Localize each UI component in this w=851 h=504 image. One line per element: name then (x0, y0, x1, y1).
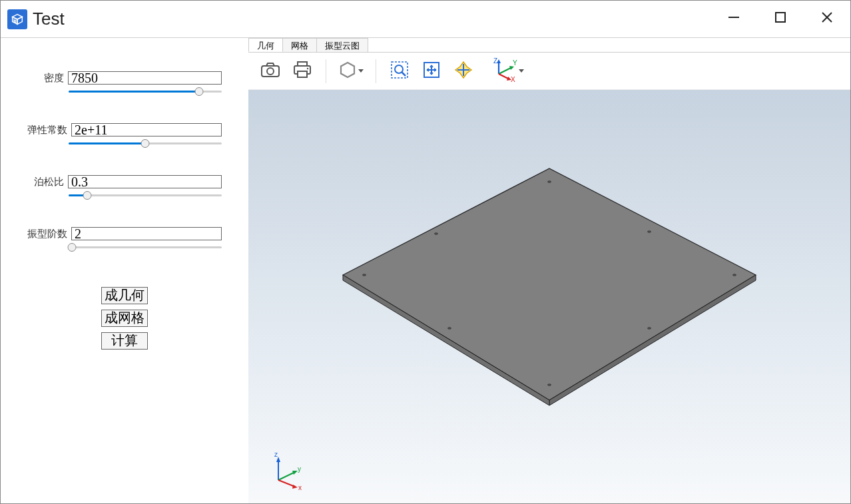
chevron-down-icon (358, 69, 364, 73)
maximize-button[interactable] (757, 1, 804, 34)
axes-dropdown[interactable]: Z Y X (487, 57, 528, 86)
app-icon (7, 9, 27, 29)
zoom-select-button[interactable] (384, 57, 415, 86)
tab-mode-shape[interactable]: 振型云图 (316, 38, 368, 52)
poisson-slider[interactable] (69, 190, 222, 202)
fit-view-button[interactable] (416, 57, 447, 86)
svg-line-15 (402, 72, 406, 76)
right-panel: 几何 网格 振型云图 (248, 38, 850, 503)
svg-line-42 (278, 480, 295, 487)
svg-marker-41 (292, 471, 298, 475)
poisson-input[interactable]: 0.3 (68, 175, 222, 188)
chevron-down-icon (519, 69, 524, 73)
content-area: 密度 7850 弹性常数 2e+11 泊松比 0.3 (1, 37, 850, 503)
fit-icon (422, 60, 441, 83)
svg-point-14 (395, 65, 403, 73)
density-input[interactable]: 7850 (68, 71, 222, 85)
axes-icon: Z Y X (491, 58, 517, 85)
minimize-button[interactable] (710, 1, 757, 34)
svg-point-11 (307, 67, 308, 69)
svg-marker-12 (341, 63, 354, 77)
viewport-triad: z y x (268, 450, 308, 490)
svg-text:x: x (298, 484, 302, 490)
print-button[interactable] (287, 57, 318, 86)
param-label: 密度 (27, 72, 64, 85)
svg-line-20 (499, 67, 512, 74)
density-slider[interactable] (69, 86, 222, 98)
param-elastic-modulus: 弹性常数 2e+11 (27, 123, 222, 150)
elastic-input[interactable]: 2e+11 (71, 123, 222, 136)
svg-text:Y: Y (513, 59, 517, 67)
window-title: Test (33, 9, 65, 29)
svg-text:y: y (298, 465, 301, 473)
generate-geometry-button[interactable]: 成几何 (101, 287, 148, 304)
tab-mesh[interactable]: 网格 (282, 38, 317, 52)
param-label: 振型阶数 (27, 228, 67, 240)
reset-view-button[interactable] (448, 57, 479, 86)
svg-point-33 (648, 328, 651, 330)
svg-point-32 (733, 274, 736, 276)
action-buttons: 成几何 成网格 计算 (27, 287, 222, 350)
cross-icon (453, 60, 473, 83)
generate-mesh-button[interactable]: 成网格 (101, 310, 148, 327)
viewport-toolbar: Z Y X (248, 53, 850, 90)
hex-icon (338, 61, 357, 82)
titlebar: Test (1, 1, 850, 37)
param-mode-order: 振型阶数 2 (27, 227, 222, 254)
svg-point-31 (648, 231, 651, 233)
camera-icon (260, 61, 280, 81)
svg-point-7 (267, 68, 274, 75)
hex-dropdown[interactable] (334, 57, 368, 86)
svg-point-34 (548, 384, 551, 386)
print-icon (292, 61, 312, 82)
svg-line-40 (278, 472, 295, 480)
mode-input[interactable]: 2 (71, 227, 222, 240)
geometry-plate (336, 155, 762, 421)
screenshot-button[interactable] (255, 57, 286, 86)
param-label: 弹性常数 (27, 124, 67, 136)
sidebar: 密度 7850 弹性常数 2e+11 泊松比 0.3 (1, 38, 248, 503)
tab-geometry[interactable]: 几何 (248, 38, 283, 52)
svg-text:Z: Z (493, 58, 497, 65)
toolbar-separator (326, 59, 326, 83)
svg-rect-10 (298, 71, 307, 77)
svg-point-36 (363, 274, 366, 276)
mode-slider[interactable] (69, 242, 222, 254)
svg-point-37 (435, 233, 438, 235)
view-tabs: 几何 网格 振型云图 (248, 38, 850, 53)
svg-rect-3 (776, 13, 785, 22)
window-controls (710, 1, 850, 34)
svg-marker-27 (343, 168, 756, 400)
zoom-select-icon (390, 60, 410, 83)
param-poisson: 泊松比 0.3 (27, 175, 222, 202)
elastic-slider[interactable] (69, 138, 222, 150)
viewport-3d[interactable]: z y x (248, 90, 850, 503)
toolbar-separator (376, 59, 376, 83)
svg-marker-43 (292, 485, 298, 489)
svg-point-30 (548, 181, 551, 183)
compute-button[interactable]: 计算 (101, 332, 148, 350)
svg-point-35 (448, 328, 451, 330)
param-density: 密度 7850 (27, 71, 222, 98)
param-label: 泊松比 (27, 176, 64, 188)
close-button[interactable] (804, 1, 850, 34)
svg-text:X: X (511, 76, 515, 82)
svg-text:z: z (274, 451, 278, 458)
